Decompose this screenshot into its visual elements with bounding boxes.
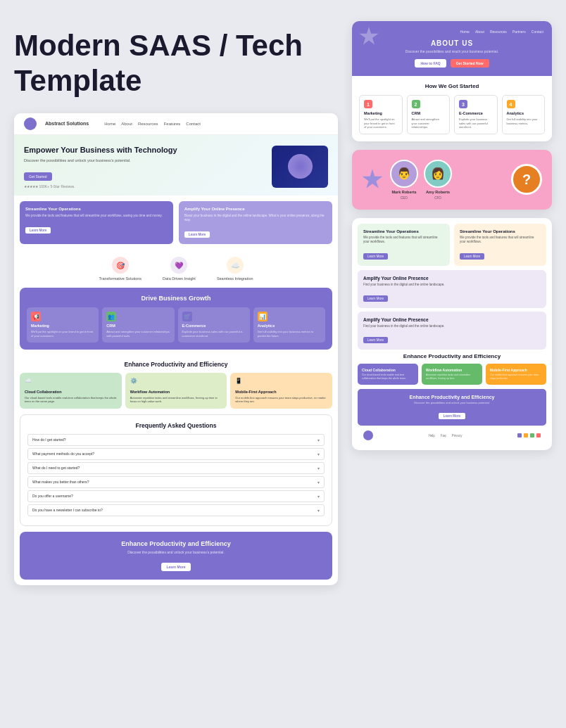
bot-card-ops-2: Streamline Your Operations We provide th…: [454, 224, 546, 267]
footer-links: Help Faq Privacy: [429, 434, 463, 438]
faq-item-1[interactable]: What payment methods do you accept? ▾: [27, 448, 325, 460]
r-nav-home[interactable]: Home: [460, 30, 470, 34]
nav-link-resources[interactable]: Resources: [138, 122, 158, 126]
bot-sm-card-0: Cloud Collaboration Our cloud-based tool…: [358, 364, 418, 385]
drive-card-ecommerce: 🛒 E-Commerce Explode your business sales…: [178, 307, 250, 342]
faq-arrow-1: ▾: [317, 452, 320, 456]
footer-dot-0: [517, 433, 522, 438]
how-section: How We Got Started 1 Marketing We'll put…: [352, 76, 552, 141]
about-nav: Home About Resources Partners Contact: [360, 30, 543, 34]
feature-card-btn-2[interactable]: Learn More: [184, 231, 210, 238]
icon-item-data: 💜 Data Driven Insight: [163, 257, 196, 281]
how-card-title-2: E-Commerce: [459, 111, 493, 115]
avatar-mark: 👨 Mark Roberts CEO: [390, 160, 418, 200]
star-decoration-pink: [362, 169, 383, 190]
bot-bottom-btn[interactable]: Learn More: [439, 413, 465, 419]
drive-card-title-1: CRM: [106, 324, 170, 328]
faq-item-4[interactable]: Do you offer a username? ▾: [27, 490, 325, 502]
page-title: Modern SAAS / TechTemplate: [14, 28, 338, 99]
feature-card-title-2: Amplify Your Online Presence: [184, 207, 327, 211]
faq-question-3: What makes you better than others?: [32, 480, 89, 484]
nav-link-features[interactable]: Features: [164, 122, 181, 126]
cloud-collab-icon: ☁️: [25, 378, 34, 388]
faq-item-5[interactable]: Do you have a newsletter I can subscribe…: [27, 504, 325, 516]
bot-card-text-1: We provide the tools and features that w…: [460, 236, 541, 245]
footer-link-privacy[interactable]: Privacy: [452, 434, 463, 438]
bottom-enhance-button[interactable]: Learn More: [161, 563, 191, 571]
r-nav-partners[interactable]: Partners: [512, 30, 526, 34]
bot-full-btn-0[interactable]: Learn More: [363, 295, 388, 302]
drive-card-text-0: We'll put the spotlight on your brand to…: [31, 330, 94, 338]
nav-links: Home About Resources Features Contact: [104, 122, 201, 126]
footer-dot-1: [524, 433, 528, 438]
about-getstarted-button[interactable]: Get Started Now: [451, 59, 489, 68]
nav-link-about[interactable]: About: [121, 122, 132, 126]
how-card-text-2: Explode your business sales with our pow…: [459, 117, 493, 129]
how-title: How We Got Started: [359, 83, 545, 89]
footer-logo: [363, 430, 373, 440]
faq-title: Frequently Asked Questions: [27, 422, 325, 429]
faq-item-3[interactable]: What makes you better than others? ▾: [27, 476, 325, 488]
nav-brand: Abstract Solutions: [45, 121, 89, 126]
bot-card-btn-0[interactable]: Learn More: [363, 253, 388, 260]
marketing-icon: 📢: [31, 312, 41, 321]
r-nav-resources[interactable]: Resources: [490, 30, 507, 34]
how-card-num-1: 2: [412, 100, 420, 108]
about-title: ABOUT US: [360, 39, 543, 47]
faq-question-5: Do you have a newsletter I can subscribe…: [32, 508, 103, 512]
feature-card-text-1: We provide the tools and features that w…: [25, 214, 168, 218]
mobile-icon: 📱: [235, 378, 245, 388]
hero-get-started-button[interactable]: Get Started: [24, 172, 52, 181]
feature-card-btn-1[interactable]: Learn More: [25, 227, 51, 234]
hero-subtitle: Discover the possibilities and unlock yo…: [24, 158, 265, 164]
footer-dot-2: [530, 433, 534, 438]
drive-card-text-2: Explode your business sales with our pow…: [182, 330, 246, 338]
how-cards: 1 Marketing We'll put the spotlight on y…: [359, 95, 545, 134]
bot-sm-text-0: Our cloud-based tools enable real-time c…: [362, 373, 414, 381]
bot-enhance-header: Enhance Productivity and Efficiency: [358, 353, 546, 359]
faq-arrow-5: ▾: [317, 508, 320, 513]
how-card-text-3: Get full visibility into your business m…: [507, 117, 541, 125]
feature-cards-row: Streamline Your Operations We provide th…: [14, 196, 338, 250]
feature-card-text-2: Boost your business in the digital and t…: [184, 214, 327, 223]
bot-full-card-0: Amplify Your Online Presence Find your b…: [358, 270, 546, 308]
nav-link-home[interactable]: Home: [104, 122, 115, 126]
about-subtitle: Discover the possibilities and reach you…: [360, 49, 543, 53]
feature-card-presence: Amplify Your Online Presence Boost your …: [179, 201, 332, 245]
how-card-title-3: Analytics: [507, 111, 541, 115]
drive-cards: 📢 Marketing We'll put the spotlight on y…: [27, 307, 325, 342]
bot-sm-title-1: Workflow Automation: [426, 368, 478, 372]
faq-question-0: How do I get started?: [32, 438, 66, 442]
bot-card-title-1: Streamline Your Operations: [460, 229, 541, 234]
how-card-text-0: We'll put the spotlight on your brand to…: [364, 117, 398, 129]
left-preview-card: Abstract Solutions Home About Resources …: [14, 113, 338, 585]
how-card-num-0: 1: [364, 100, 372, 108]
avatar-amy-circle: 👩: [424, 160, 452, 188]
hero-title: Empower Your Business with Technology: [24, 145, 265, 155]
bottom-enhance-subtitle: Discover the possibilities and unlock yo…: [28, 550, 324, 554]
avatar-mark-role: CEO: [401, 196, 408, 200]
how-card-title-0: Marketing: [364, 111, 398, 115]
how-card-title-1: CRM: [412, 111, 446, 115]
drive-card-marketing: 📢 Marketing We'll put the spotlight on y…: [27, 307, 99, 342]
faq-item-0[interactable]: How do I get started? ▾: [27, 434, 325, 446]
enhance-card-cloud: ☁️ Cloud Collaboration Our cloud-based t…: [20, 373, 122, 409]
bot-card-btn-1[interactable]: Learn More: [460, 253, 484, 260]
bot-full-btn-1[interactable]: Learn More: [363, 337, 388, 343]
bot-sm-title-2: Mobile-First Approach: [490, 368, 542, 372]
icon-item-integration: ☁️ Seamless Integration: [217, 257, 253, 281]
drive-card-title-2: E-Commerce: [182, 324, 246, 328]
faq-section: Frequently Asked Questions How do I get …: [20, 414, 332, 526]
hero-stars: ★★★★★ 100K+ 5-Star Reviews.: [24, 184, 265, 189]
footer-link-faq[interactable]: Faq: [441, 434, 446, 438]
footer-link-help[interactable]: Help: [429, 434, 435, 438]
icon-label-solutions: Transformative Solutions: [99, 276, 142, 281]
about-faq-button[interactable]: How to FAQ: [415, 59, 446, 68]
r-nav-contact[interactable]: Contact: [532, 30, 543, 34]
question-mark-badge: ?: [511, 164, 542, 195]
avatar-mark-circle: 👨: [390, 160, 418, 188]
nav-link-contact[interactable]: Contact: [186, 122, 201, 126]
icon-item-solutions: 🎯 Transformative Solutions: [99, 257, 142, 281]
faq-item-2[interactable]: What do I need to get started? ▾: [27, 462, 325, 474]
r-nav-about[interactable]: About: [475, 30, 484, 34]
